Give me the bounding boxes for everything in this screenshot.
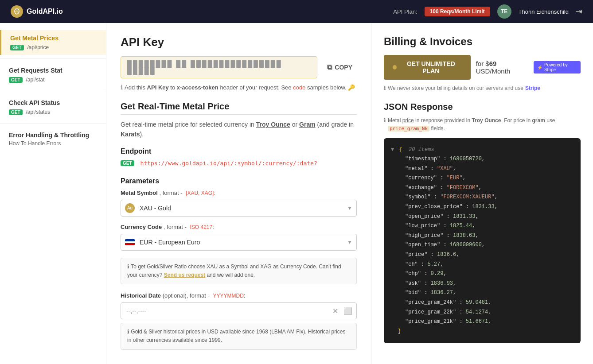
logo-icon: [11, 5, 23, 18]
sidebar-item-check-api-status[interactable]: Check API Status GET /api/status: [0, 95, 106, 120]
json-field-row: "low_price" : 1825.44,: [391, 221, 573, 231]
clear-date-button[interactable]: ✕: [332, 306, 339, 316]
main-layout: Get Metal Prices GET /api/price Get Requ…: [0, 23, 593, 364]
json-field-row: "open_time" : 1686009600,: [391, 240, 573, 250]
currency-select[interactable]: EUR - European Euro USD - US Dollar GBP …: [121, 234, 357, 251]
metal-symbol-label: Metal Symbol , format - [XAU, XAG]:: [121, 190, 357, 196]
avatar: TE: [497, 4, 511, 19]
sidebar-item-path: GET /api/status: [9, 108, 97, 115]
metal-symbol-icon: Au: [125, 203, 135, 213]
json-value: 1836.27: [431, 290, 453, 296]
sidebar-item-title: Check API Status: [9, 99, 97, 106]
json-value: 1838.63: [453, 232, 475, 239]
main-content: API Key ████████ ██ ████████████████ ███…: [106, 23, 371, 364]
billing-btn-row: GET UNLIMITED PLAN for $69 USD/Month ⚡ P…: [384, 55, 581, 80]
price-text: for $69 USD/Month: [476, 60, 528, 75]
code-link[interactable]: code: [293, 84, 305, 91]
json-field-row: "prev_close_price" : 1831.33,: [391, 202, 573, 212]
endpoint-row: GET https://www.goldapi.io/api/:symbol/:…: [121, 160, 357, 167]
api-key-row: ████████ ██ ████████████████ █████ ⧉ COP…: [121, 56, 357, 78]
sidebar-item-get-requests-stat[interactable]: Get Requests Stat GET /api/stat: [0, 62, 106, 87]
metal-symbol-select[interactable]: XAU - Gold XAG - Silver: [121, 200, 357, 217]
date-input[interactable]: [121, 302, 357, 319]
endpoint-url: https://www.goldapi.io/api/:symbol/:curr…: [140, 160, 317, 167]
json-value: 1686009600: [450, 242, 482, 248]
sidebar-divider: [0, 58, 106, 59]
logo[interactable]: GoldAPI.io: [11, 5, 63, 18]
json-key: "high_price": [405, 232, 443, 239]
currency-code-wrapper: EUR - European Euro USD - US Dollar GBP …: [121, 234, 357, 251]
json-key: "bid": [405, 290, 421, 296]
top-navigation: GoldAPI.io API Plan: 100 Reqs/Month Limi…: [0, 0, 593, 23]
json-field-row: "chp" : 0.29,: [391, 269, 573, 279]
historical-date-label: Historical Date (optional), format - YYY…: [121, 292, 357, 299]
sidebar-item-get-metal-prices[interactable]: Get Metal Prices GET /api/price: [0, 30, 106, 55]
json-value: 1836.6: [437, 252, 456, 258]
json-field-row: "ch" : 5.27,: [391, 260, 573, 270]
json-field-row: "symbol" : "FOREXCOM:XAUEUR",: [391, 193, 573, 202]
api-plan-label: API Plan:: [393, 8, 417, 15]
get-badge: GET: [10, 45, 24, 50]
json-field-row: "price_gram_22k" : 54.1274,: [391, 308, 573, 318]
json-key: "prev_close_price": [405, 204, 463, 210]
billing-info: ℹ We never store your billing details on…: [384, 85, 581, 91]
json-response-title: JSON Response: [384, 102, 581, 112]
copy-label: COPY: [335, 64, 352, 71]
json-field-row: "bid" : 1836.27,: [391, 288, 573, 298]
sidebar-item-path: GET /api/price: [10, 43, 97, 50]
info-icon: ℹ: [384, 85, 386, 91]
json-key: "exchange": [405, 185, 437, 191]
json-value: 5.27: [427, 261, 440, 267]
json-key: "open_time": [405, 242, 440, 248]
json-fields: "timestamp" : 1686050720,"metal" : "XAU"…: [391, 155, 573, 327]
price-dollar: $: [485, 60, 489, 67]
get-unlimited-plan-button[interactable]: GET UNLIMITED PLAN: [384, 55, 471, 80]
json-key: "low_price": [405, 223, 440, 229]
json-value: 0.29: [431, 271, 444, 277]
json-key: "price_gram_22k": [405, 309, 456, 315]
nav-right: API Plan: 100 Reqs/Month Limit TE Thorin…: [393, 4, 582, 19]
endpoint-title: Endpoint: [121, 147, 357, 155]
json-value: 1686050720: [450, 156, 482, 162]
json-key: "currency": [405, 175, 437, 181]
json-value: 51.6671: [466, 318, 488, 325]
logout-icon[interactable]: ⇥: [576, 7, 582, 16]
send-request-link[interactable]: Send us request: [164, 272, 205, 278]
calendar-icon-button[interactable]: ⬜: [343, 306, 353, 316]
billing-title: Billing & Invoices: [384, 35, 581, 48]
sidebar-item-title: Error Handling & Throttling: [9, 132, 97, 139]
parameters-title: Parameters: [121, 177, 357, 185]
json-field-row: "ask" : 1836.93,: [391, 279, 573, 289]
sidebar-item-error-handling[interactable]: Error Handling & Throttling How To Handl…: [0, 127, 106, 151]
stripe-badge: ⚡ Powered by Stripe: [534, 61, 581, 74]
info-icon: ℹ: [127, 263, 131, 270]
right-panel: Billing & Invoices GET UNLIMITED PLAN fo…: [371, 23, 593, 364]
copy-button[interactable]: ⧉ COPY: [323, 61, 357, 74]
json-value: 1825.44: [450, 223, 472, 229]
date-icons: ✕ ⬜: [332, 306, 353, 316]
json-key: "price": [405, 252, 427, 258]
json-value: 1836.93: [431, 280, 453, 287]
currency-code-label: Currency Code , format - ISO 4217:: [121, 224, 357, 230]
json-value: "XAU": [437, 166, 453, 172]
json-value: 1831.33: [453, 213, 475, 220]
stripe-text: Stripe: [525, 85, 540, 91]
json-collapse-icon[interactable]: ▼: [391, 147, 394, 153]
api-key-masked: ████████ ██ ████████████████ █████: [121, 56, 317, 78]
json-field-row: "exchange" : "FOREXCOM",: [391, 183, 573, 193]
json-value: "FOREXCOM": [447, 185, 479, 191]
realtime-section-title: Get Real-Time Metal Price: [121, 101, 357, 115]
sidebar-divider: [0, 91, 106, 91]
api-key-info: ℹ Add this API Key to x-access-token hea…: [121, 84, 357, 91]
date-input-wrapper: ✕ ⬜: [121, 302, 357, 319]
api-key-title: API Key: [121, 35, 357, 49]
info-icon: ℹ: [384, 116, 386, 124]
json-value: "EUR": [447, 175, 463, 181]
sidebar-item-title: Get Requests Stat: [9, 67, 97, 74]
info-icon: ℹ: [121, 84, 123, 91]
date-info-box: ℹ Gold & Silver historical prices in USD…: [121, 323, 357, 349]
get-badge: GET: [9, 109, 23, 115]
json-response-info: ℹ Metal price in response provided in Tr…: [384, 116, 581, 133]
api-plan-badge[interactable]: 100 Reqs/Month Limit: [425, 7, 490, 16]
flag-icon: [125, 239, 135, 245]
